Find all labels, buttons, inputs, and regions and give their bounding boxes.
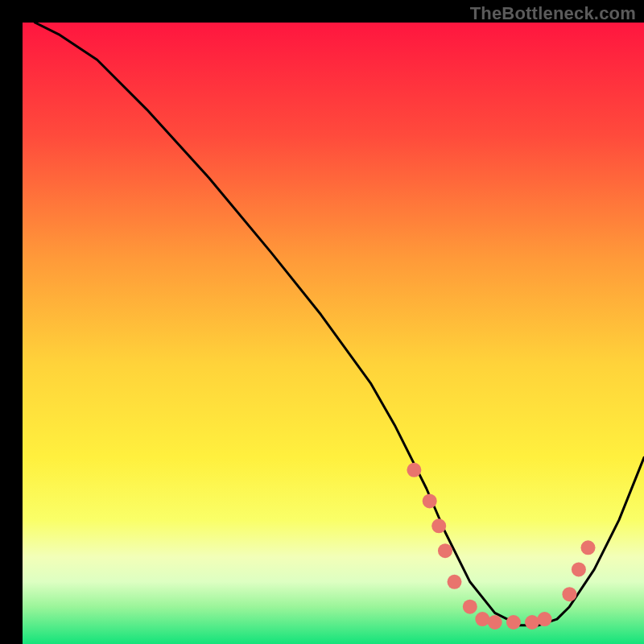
plot-area xyxy=(23,23,644,644)
highlight-dot xyxy=(475,612,489,626)
chart-svg xyxy=(23,23,644,644)
highlight-dot xyxy=(488,615,502,630)
watermark-text: TheBottleneck.com xyxy=(470,3,636,24)
highlight-dot xyxy=(463,600,477,614)
highlight-dot xyxy=(438,543,452,558)
highlight-dot xyxy=(525,615,539,630)
highlight-dot xyxy=(431,518,446,533)
highlight-dot xyxy=(572,562,586,576)
chart-frame xyxy=(11,11,633,633)
highlight-dot xyxy=(562,587,576,601)
highlight-dot xyxy=(581,540,596,555)
highlight-dot xyxy=(423,493,437,508)
highlight-dot xyxy=(538,612,552,626)
highlight-dot xyxy=(407,463,421,477)
highlight-dot xyxy=(506,615,521,630)
highlight-dot xyxy=(448,575,462,589)
